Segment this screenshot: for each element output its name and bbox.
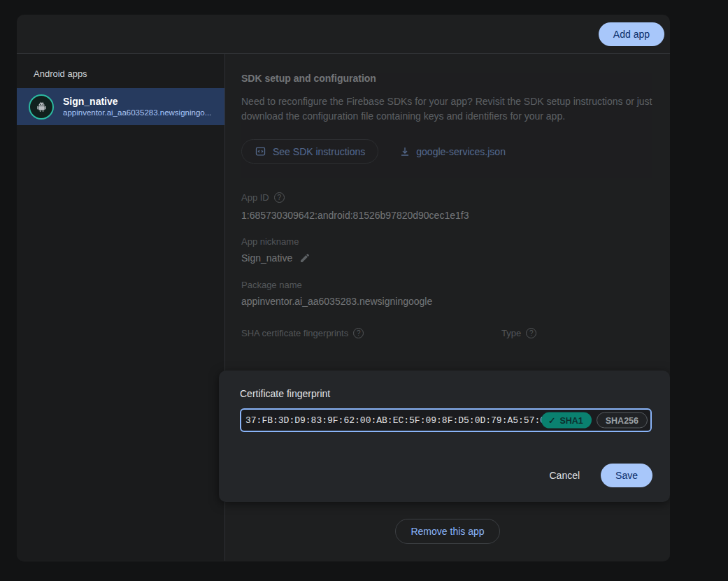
app-item-package: appinventor.ai_aa6035283.newsigningo... xyxy=(63,108,211,118)
edit-pencil-icon[interactable] xyxy=(299,252,311,264)
package-name-label: Package name xyxy=(241,280,653,290)
app-nickname-value: Sign_native xyxy=(241,252,653,264)
sdk-section-description: Need to reconfigure the Firebase SDKs fo… xyxy=(241,94,652,124)
app-nickname-label: App nickname xyxy=(241,236,653,247)
certificate-fingerprint-label: Certificate fingerprint xyxy=(219,371,670,399)
type-column-label: Type ? xyxy=(501,328,536,338)
type-help-icon[interactable]: ? xyxy=(526,328,536,338)
android-app-icon xyxy=(29,94,54,120)
sha256-chip[interactable]: SHA256 xyxy=(597,413,648,429)
sidebar-item-sign-native[interactable]: Sign_native appinventor.ai_aa6035283.new… xyxy=(17,88,224,125)
sdk-setup-section: SDK setup and configuration Need to reco… xyxy=(225,54,670,338)
add-app-button[interactable]: Add app xyxy=(599,22,664,46)
download-icon xyxy=(399,146,411,157)
hash-type-chips: ✓ SHA1 SHA256 xyxy=(541,413,648,429)
app-item-texts: Sign_native appinventor.ai_aa6035283.new… xyxy=(63,95,211,118)
app-item-name: Sign_native xyxy=(63,95,211,108)
see-sdk-instructions-button[interactable]: See SDK instructions xyxy=(241,139,378,164)
editor-actions: Cancel Save xyxy=(549,464,652,487)
certificate-fingerprint-editor: Certificate fingerprint ✓ SHA1 SHA256 Ca… xyxy=(219,371,670,502)
save-button[interactable]: Save xyxy=(601,464,652,487)
sidebar-section-label: Android apps xyxy=(17,54,224,88)
sha-header-row: SHA certificate fingerprints ? Type ? xyxy=(241,328,653,338)
dialog-header: Add app xyxy=(17,15,670,54)
sdk-section-title: SDK setup and configuration xyxy=(241,73,653,84)
sha1-chip[interactable]: ✓ SHA1 xyxy=(541,413,592,429)
sdk-actions-row: See SDK instructions google-services.jso… xyxy=(241,139,653,164)
config-file-label: google-services.json xyxy=(416,146,506,157)
google-services-json-link[interactable]: google-services.json xyxy=(399,146,506,157)
android-icon xyxy=(36,101,48,113)
remove-app-row: Remove this app xyxy=(225,519,670,544)
sha-help-icon[interactable]: ? xyxy=(353,328,364,338)
package-name-value: appinventor.ai_aa6035283.newsigningoogle xyxy=(241,296,653,307)
app-id-value: 1:685730309642:android:81526b97820d90cec… xyxy=(241,210,653,221)
apps-sidebar: Android apps Sign_native xyxy=(17,54,225,561)
check-icon: ✓ xyxy=(548,415,555,426)
sha1-chip-label: SHA1 xyxy=(559,415,583,425)
sha-fingerprints-label: SHA certificate fingerprints ? xyxy=(241,328,501,338)
cancel-button[interactable]: Cancel xyxy=(549,470,580,481)
fingerprint-input-wrap: ✓ SHA1 SHA256 xyxy=(240,408,652,432)
app-settings-dialog: Add app Android apps xyxy=(17,15,670,561)
app-id-label: App ID ? xyxy=(241,192,653,203)
remove-this-app-button[interactable]: Remove this app xyxy=(395,519,499,544)
app-id-help-icon[interactable]: ? xyxy=(274,192,285,203)
see-sdk-instructions-label: See SDK instructions xyxy=(273,146,365,157)
sdk-code-icon xyxy=(255,145,266,157)
